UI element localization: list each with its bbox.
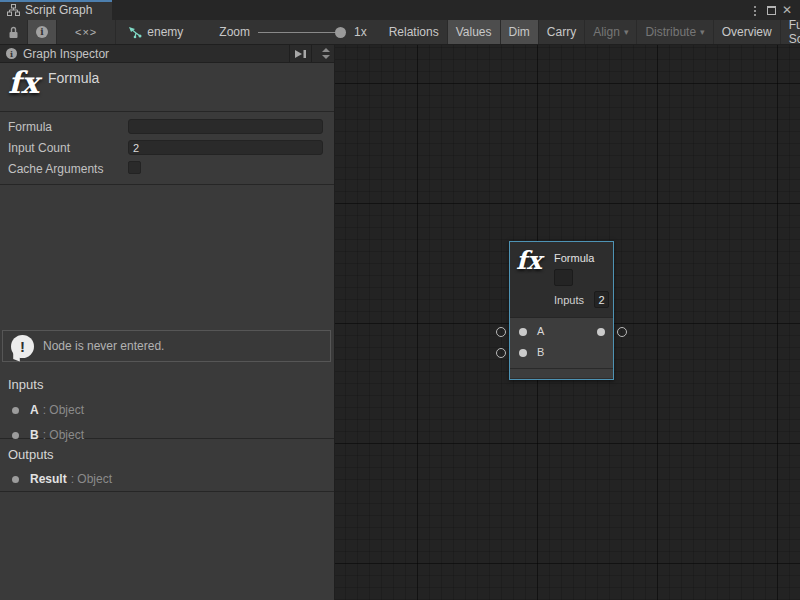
node-type-title: Formula — [48, 70, 99, 86]
input-count-field-label: Input Count — [8, 141, 70, 155]
formula-node-expression-input[interactable] — [554, 269, 573, 286]
warning-box: ! Node is never entered. — [2, 330, 331, 362]
relations-button[interactable]: Relations — [381, 20, 448, 44]
output-port-row-result: Result : Object — [0, 472, 334, 486]
lock-icon — [8, 26, 19, 39]
values-button[interactable]: Values — [448, 20, 501, 44]
distribute-label: Distribute — [645, 25, 696, 39]
external-port-ring-a[interactable] — [496, 327, 506, 337]
warning-text: Node is never entered. — [43, 339, 164, 353]
graph-name-label: enemy — [147, 25, 183, 39]
formula-field-row: Formula — [0, 119, 334, 135]
formula-node[interactable]: fx Formula Inputs 2 A B — [509, 241, 614, 380]
graph-inspector-header[interactable]: i Graph Inspector — [0, 45, 334, 63]
graph-inspector-panel: i Graph Inspector fx Formula Formula — [0, 45, 335, 600]
align-button[interactable]: Align ▾ — [585, 20, 637, 44]
fx-icon: fx — [8, 65, 39, 100]
port-type: : Object — [43, 403, 84, 417]
formula-node-ports: A B — [510, 317, 613, 368]
dim-button[interactable]: Dim — [501, 20, 539, 44]
formula-node-header[interactable]: fx Formula Inputs 2 — [510, 242, 613, 317]
port-row-a: A — [510, 322, 613, 343]
port-b-label: B — [537, 346, 544, 358]
tab-bar: Script Graph ✕ — [0, 0, 800, 20]
zoom-control: Zoom 1x — [193, 20, 376, 44]
zoom-slider-handle[interactable] — [335, 27, 346, 38]
external-port-ring-result[interactable] — [617, 327, 627, 337]
output-port-result[interactable] — [597, 328, 605, 336]
graph-toolbar: i <×> enemy Zoom 1x Relations — [0, 20, 800, 45]
port-row-b: B — [510, 343, 613, 364]
port-dot-icon — [12, 407, 19, 414]
inspector-toggle-button[interactable]: i — [28, 20, 57, 44]
zoom-slider-track — [258, 32, 346, 34]
tab-script-graph[interactable]: Script Graph — [0, 0, 112, 20]
formula-input[interactable] — [128, 119, 323, 134]
code-icon: <×> — [75, 26, 97, 38]
distribute-button[interactable]: Distribute ▾ — [637, 20, 713, 44]
graph-asset-icon — [128, 26, 142, 39]
tab-label: Script Graph — [25, 3, 92, 17]
node-fields: Formula Input Count Cache Arguments — [0, 112, 334, 185]
code-view-button[interactable]: <×> — [57, 20, 116, 44]
zoom-label: Zoom — [219, 25, 250, 39]
close-icon[interactable]: ✕ — [782, 4, 792, 16]
relations-label: Relations — [389, 25, 439, 39]
cache-arguments-field-row: Cache Arguments — [0, 161, 334, 177]
full-screen-label: Full Screen — [789, 18, 800, 46]
toolbar-buttons: Relations Values Dim Carry Align ▾ Distr… — [381, 20, 800, 44]
formula-node-inputs-label: Inputs — [554, 294, 584, 306]
port-dot-icon — [12, 476, 19, 483]
scroll-up-icon[interactable] — [322, 48, 330, 52]
node-title-row: fx Formula — [0, 63, 334, 112]
cache-arguments-checkbox[interactable] — [128, 161, 141, 174]
carry-button[interactable]: Carry — [539, 20, 585, 44]
formula-node-inputs-count[interactable]: 2 — [594, 291, 609, 308]
values-label: Values — [456, 25, 492, 39]
dock-button[interactable] — [289, 45, 312, 62]
inputs-header: Inputs — [0, 370, 334, 392]
port-type: : Object — [71, 472, 112, 486]
align-label: Align — [593, 25, 620, 39]
maximize-icon[interactable] — [767, 6, 776, 15]
dim-label: Dim — [509, 25, 530, 39]
port-name: A — [30, 403, 39, 417]
inspector-info-icon: i — [6, 48, 17, 59]
dock-icon — [294, 49, 307, 59]
window-menu-icon[interactable] — [749, 3, 761, 17]
script-graph-icon — [7, 4, 20, 16]
chevron-down-icon: ▾ — [624, 27, 629, 37]
input-count-input[interactable] — [128, 140, 323, 155]
scroll-down-icon[interactable] — [322, 55, 330, 59]
fx-icon: fx — [516, 246, 542, 275]
port-dot-icon — [12, 432, 19, 439]
input-port-row-a: A : Object — [0, 403, 334, 417]
port-name: Result — [30, 472, 67, 486]
zoom-slider[interactable] — [258, 26, 346, 39]
overview-label: Overview — [722, 25, 772, 39]
window-controls: ✕ — [749, 0, 800, 20]
external-port-ring-b[interactable] — [496, 348, 506, 358]
warning-icon: ! — [11, 335, 34, 358]
full-screen-button[interactable]: Full Screen — [781, 20, 800, 44]
lock-button[interactable] — [0, 20, 28, 44]
graph-canvas[interactable]: fx Formula Inputs 2 A B — [335, 45, 800, 600]
formula-node-title: Formula — [554, 252, 594, 264]
port-a-label: A — [537, 325, 544, 337]
graph-asset-picker[interactable]: enemy — [116, 20, 193, 44]
input-port-b[interactable] — [519, 349, 527, 357]
script-graph-window: Script Graph ✕ i <×> — [0, 0, 800, 600]
cache-arguments-field-label: Cache Arguments — [8, 162, 103, 176]
formula-field-label: Formula — [8, 120, 52, 134]
inputs-section: Inputs A : Object B : Object — [0, 370, 334, 439]
overview-button[interactable]: Overview — [714, 20, 781, 44]
outputs-header: Outputs — [0, 440, 334, 462]
zoom-value: 1x — [354, 25, 367, 39]
input-count-field-row: Input Count — [0, 140, 334, 156]
info-icon: i — [36, 26, 48, 38]
formula-node-footer — [510, 368, 613, 378]
input-port-a[interactable] — [519, 328, 527, 336]
chevron-down-icon: ▾ — [700, 27, 705, 37]
inspector-title: Graph Inspector — [23, 47, 283, 61]
scroll-spinner[interactable] — [318, 45, 334, 62]
